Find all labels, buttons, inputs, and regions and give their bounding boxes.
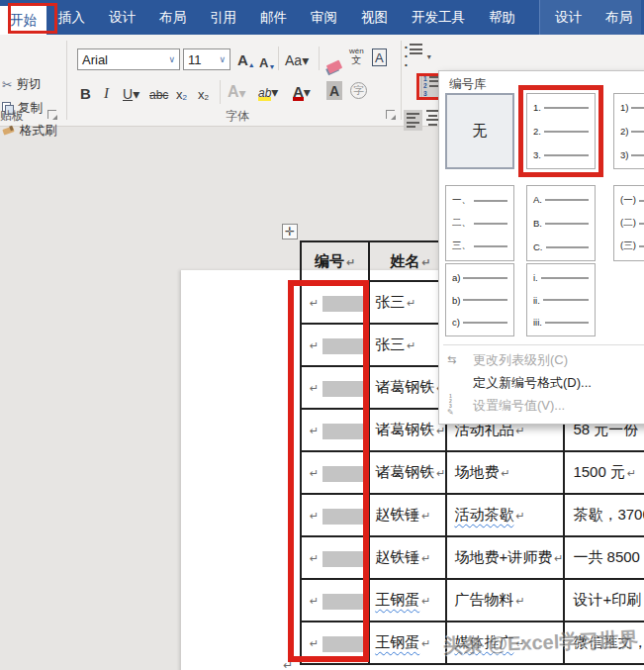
bullets-button[interactable]: ••• ▾	[405, 44, 431, 69]
paragraph-mark-icon: ↵	[515, 595, 524, 607]
scissors-icon: ✂	[2, 77, 12, 92]
numbering-style-option[interactable]: A.B.C.	[526, 185, 596, 261]
text-highlight-button[interactable]: ab▾	[258, 80, 278, 100]
paragraph-mark-icon: ↵	[436, 467, 445, 479]
amount-cell[interactable]: 茶歇，3700	[564, 494, 644, 536]
name-cell[interactable]: 赵铁锤↵	[369, 536, 446, 579]
name-cell[interactable]: 王钢蛋↵	[369, 579, 446, 622]
menu-item-define-new-number-format[interactable]: 定义新编号格式(D)...	[439, 371, 644, 394]
font-group-label: 字体	[226, 108, 249, 125]
character-border-button[interactable]: A	[372, 48, 387, 66]
paragraph-mark-icon: ↵	[421, 256, 430, 268]
paragraph-mark-icon: ↵	[346, 256, 355, 268]
font-size-combo[interactable]: 11 ∨	[183, 48, 230, 70]
clipboard-dialog-launcher-icon[interactable]	[47, 110, 56, 119]
font-name-combo[interactable]: Arial ∨	[77, 48, 180, 70]
ribbon-tab-bar: 开始插入设计布局引用邮件审阅视图开发工具帮助 设计布局	[0, 0, 644, 35]
name-cell[interactable]: 王钢蛋↵	[369, 622, 446, 664]
numbering-style-option[interactable]: 1)2)3)	[613, 93, 644, 169]
numbering-library-title: 编号库	[449, 76, 487, 93]
item-cell[interactable]: 活动茶歇↵	[446, 494, 564, 536]
paragraph-mark-icon: ↵	[436, 425, 445, 436]
cut-label: 剪切	[16, 76, 41, 93]
ribbon-tab-视图[interactable]: 视图	[349, 0, 400, 35]
ribbon-tab-布局[interactable]: 布局	[147, 0, 198, 35]
annotation-red-box-number-column	[288, 280, 369, 662]
underline-button[interactable]: U▾	[123, 82, 139, 102]
item-cell[interactable]: 广告物料↵	[446, 579, 564, 622]
numbering-style-option[interactable]: a)b)c)	[445, 263, 514, 336]
menu-separator	[443, 344, 644, 345]
ribbon-tab-设计[interactable]: 设计	[97, 0, 147, 35]
enclose-characters-button[interactable]: 字	[350, 82, 367, 99]
name-cell[interactable]: 诸葛钢铁↵	[369, 366, 446, 409]
amount-cell[interactable]: 1500 元↵	[564, 451, 644, 494]
eraser-icon	[326, 59, 342, 73]
ribbon-tab-审阅[interactable]: 审阅	[299, 0, 349, 35]
item-cell[interactable]: 场地费↵	[446, 451, 564, 494]
italic-button[interactable]: I	[104, 82, 109, 102]
paragraph-mark-icon: ↵	[501, 467, 509, 479]
name-cell[interactable]: 诸葛钢铁↵	[369, 409, 446, 451]
move-cross-icon: ✛	[285, 225, 295, 239]
name-cell[interactable]: 诸葛钢铁↵	[369, 451, 446, 494]
clear-formatting-button[interactable]	[327, 51, 341, 71]
numbering-library-dropdown: 编号库 无1.2.3.1)2)3)一、二、三、A.B.C.(一)(二)(三)a)…	[438, 70, 644, 425]
ribbon-tab-开发工具[interactable]: 开发工具	[400, 0, 477, 35]
numbering-style-option[interactable]: (一)(二)(三)	[613, 185, 644, 261]
paragraph-mark-icon: ↵	[407, 339, 415, 351]
font-color-button[interactable]: A▾	[293, 80, 311, 100]
numbering-style-option[interactable]: 1.2.3.	[526, 93, 596, 169]
superscript-button[interactable]: x2	[198, 82, 209, 102]
paragraph-mark-icon: ↵	[554, 552, 563, 564]
numbering-style-none[interactable]: 无	[445, 93, 514, 169]
amount-cell[interactable]: 设计+印刷，	[564, 579, 644, 622]
ribbon-tab-帮助[interactable]: 帮助	[477, 0, 527, 35]
shrink-font-button[interactable]: A▼	[259, 50, 275, 70]
item-cell[interactable]: 场地费+讲师费↵	[446, 536, 564, 579]
menu-item-set-numbering-value: 123✎设置编号值(V)...	[439, 394, 644, 417]
paragraph-mark-icon: ↵	[421, 552, 430, 564]
format-painter-label: 格式刷	[20, 123, 57, 140]
numbering-style-option[interactable]: 一、二、三、	[445, 185, 514, 261]
name-cell[interactable]: 张三↵	[369, 324, 446, 366]
subscript-button[interactable]: x2	[176, 82, 187, 102]
menu-item-change-list-level: ⇆更改列表级别(C)	[439, 348, 644, 371]
ribbon-tab-引用[interactable]: 引用	[198, 0, 248, 35]
bold-button[interactable]: B	[80, 82, 91, 102]
character-shading-button[interactable]: A	[326, 81, 342, 100]
numbering-style-option[interactable]: i.ii.iii.	[526, 263, 596, 336]
ribbon-tab-邮件[interactable]: 邮件	[248, 0, 299, 35]
change-list-level-icon: ⇆	[447, 354, 456, 365]
header-cell[interactable]: 编号↵	[301, 241, 369, 281]
font-name-value: Arial	[82, 52, 108, 67]
strikethrough-button[interactable]: abc	[149, 82, 168, 102]
set-numbering-value-icon: 123✎	[447, 394, 454, 417]
paragraph-mark-icon: ↵	[515, 510, 524, 522]
phonetic-guide-button[interactable]: wén文	[349, 48, 364, 65]
grow-font-button[interactable]: A▲	[237, 48, 255, 68]
paragraph-mark-icon: ↵	[627, 467, 636, 479]
align-left-button[interactable]	[404, 110, 422, 131]
chevron-down-icon: ∨	[219, 54, 226, 64]
change-case-button[interactable]: Aa▾	[285, 48, 309, 68]
font-dialog-launcher-icon[interactable]	[386, 110, 395, 119]
name-cell[interactable]: 赵铁锤↵	[369, 494, 446, 536]
chevron-down-icon: ∨	[168, 54, 175, 64]
font-size-value: 11	[188, 52, 202, 67]
amount-cell[interactable]: 一共 8500 元	[564, 536, 644, 579]
contextual-tab-布局[interactable]: 布局	[594, 0, 644, 35]
table-move-handle[interactable]: ✛	[282, 224, 298, 239]
clipboard-group-label: 剪贴板	[0, 108, 47, 125]
paragraph-mark-icon: ↵	[421, 637, 430, 649]
contextual-tab-设计[interactable]: 设计	[543, 0, 594, 35]
text-effects-button[interactable]: A▾	[228, 81, 246, 101]
header-cell[interactable]: 姓名↵	[369, 241, 446, 281]
word-window: 开始插入设计布局引用邮件审阅视图开发工具帮助 设计布局 ✂ 剪切 复制 格式刷 …	[0, 0, 644, 670]
name-cell[interactable]: 张三↵	[369, 281, 446, 324]
align-left-icon	[407, 113, 419, 129]
format-painter-button[interactable]: 格式刷	[2, 123, 57, 140]
cut-button[interactable]: ✂ 剪切	[2, 76, 41, 93]
paragraph-mark-icon: ↵	[515, 425, 524, 436]
paragraph-mark-icon: ↵	[421, 510, 430, 522]
